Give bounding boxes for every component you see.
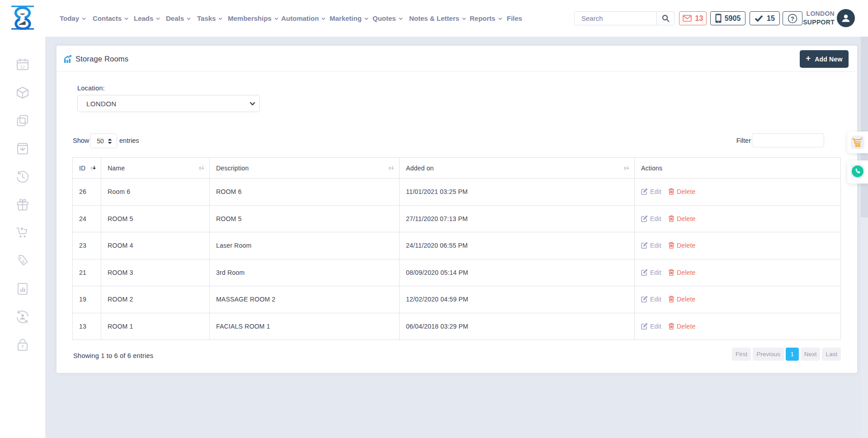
svg-text:?: ?: [791, 15, 794, 22]
svg-text:$: $: [22, 259, 25, 264]
svg-text:12: 12: [20, 64, 25, 69]
